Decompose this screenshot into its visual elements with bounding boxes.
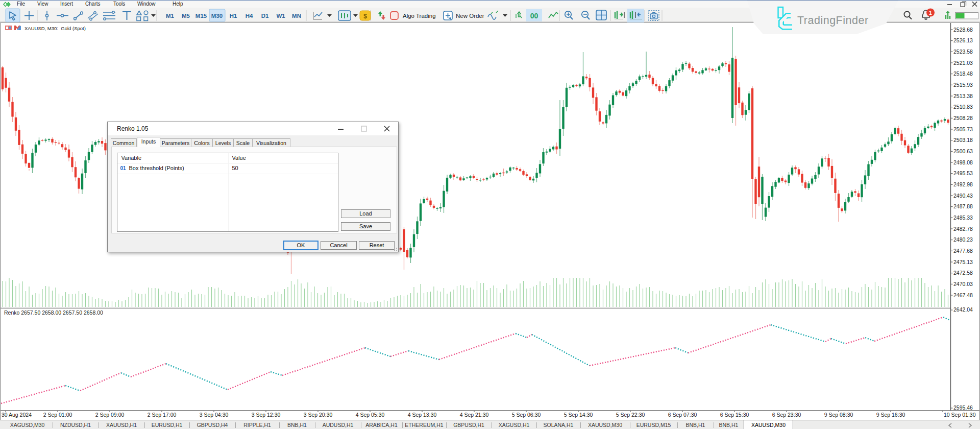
svg-text:9 Sep 08:30: 9 Sep 08:30: [824, 412, 853, 418]
svg-text:3 Sep 12:30: 3 Sep 12:30: [252, 412, 281, 418]
svg-text:2 Sep 17:00: 2 Sep 17:00: [148, 412, 177, 418]
svg-text:6 Sep 23:30: 6 Sep 23:30: [772, 412, 801, 418]
svg-text:2518.48: 2518.48: [953, 70, 973, 77]
svg-text:2492.98: 2492.98: [953, 181, 973, 187]
svg-text:Renko 2657.50 2658.00 2657.50: Renko 2657.50 2658.00 2657.50 2658.00: [4, 309, 103, 316]
svg-text:3 Sep 20:30: 3 Sep 20:30: [304, 412, 333, 418]
svg-text:2521.03: 2521.03: [953, 60, 973, 66]
svg-text:2477.68: 2477.68: [953, 248, 973, 254]
svg-text:2523.58: 2523.58: [953, 49, 973, 55]
svg-text:2526.13: 2526.13: [953, 37, 973, 43]
svg-text:2 Sep 09:00: 2 Sep 09:00: [95, 412, 125, 418]
svg-text:5 Sep 14:30: 5 Sep 14:30: [564, 412, 593, 418]
svg-text:4 Sep 21:30: 4 Sep 21:30: [460, 412, 489, 418]
svg-text:2470.03: 2470.03: [953, 281, 973, 287]
svg-text:TradingFinder: TradingFinder: [797, 14, 869, 27]
svg-text:2508.28: 2508.28: [953, 115, 973, 121]
svg-text:2513.38: 2513.38: [953, 93, 973, 99]
svg-text:6 Sep 07:30: 6 Sep 07:30: [668, 412, 697, 418]
svg-text:4 Sep 05:30: 4 Sep 05:30: [356, 412, 385, 418]
svg-text:2595.46: 2595.46: [953, 404, 973, 411]
svg-text:4 Sep 13:30: 4 Sep 13:30: [408, 412, 437, 418]
svg-text:9 Sep 16:30: 9 Sep 16:30: [876, 412, 905, 418]
svg-text:2480.23: 2480.23: [953, 236, 973, 243]
svg-text:1: 1: [929, 10, 932, 16]
svg-text:2 Sep 01:00: 2 Sep 01:00: [43, 412, 72, 418]
svg-text:2510.83: 2510.83: [953, 104, 973, 110]
svg-text:30 Aug 2024: 30 Aug 2024: [2, 412, 32, 418]
svg-text:2505.73: 2505.73: [953, 126, 973, 132]
svg-text:2515.93: 2515.93: [953, 82, 973, 88]
svg-text:10 Sep 01:30: 10 Sep 01:30: [944, 412, 976, 418]
svg-text:2500.63: 2500.63: [953, 148, 973, 154]
svg-text:2487.88: 2487.88: [953, 203, 973, 209]
svg-text:2475.13: 2475.13: [953, 259, 973, 265]
svg-text:6 Sep 15:30: 6 Sep 15:30: [720, 412, 749, 418]
svg-text:2495.53: 2495.53: [953, 170, 973, 176]
svg-text:2467.48: 2467.48: [953, 292, 973, 298]
svg-text:5 Sep 22:30: 5 Sep 22:30: [616, 412, 645, 418]
svg-text:3 Sep 04:30: 3 Sep 04:30: [200, 412, 229, 418]
svg-text:2498.08: 2498.08: [953, 159, 973, 165]
svg-text:2485.33: 2485.33: [953, 214, 973, 221]
svg-text:2503.18: 2503.18: [953, 137, 973, 143]
svg-text:2490.43: 2490.43: [953, 193, 973, 199]
svg-text:5 Sep 06:30: 5 Sep 06:30: [512, 412, 541, 418]
svg-text:2482.78: 2482.78: [953, 226, 973, 232]
svg-text:2472.58: 2472.58: [953, 270, 973, 276]
svg-text:2642.04: 2642.04: [953, 306, 973, 313]
